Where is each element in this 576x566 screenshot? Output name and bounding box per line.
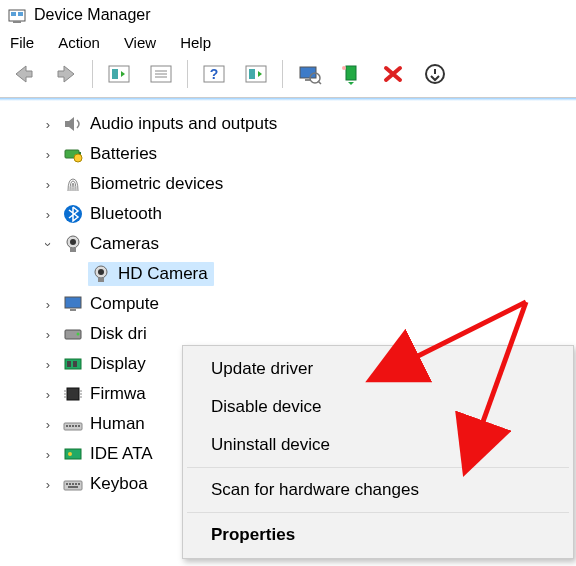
svg-rect-27 [70,248,76,252]
tree-node-biometric[interactable]: › Biometric devices [40,169,576,199]
svg-rect-31 [65,297,81,308]
tree-label: Human [90,414,145,434]
expander-icon[interactable]: › [40,447,56,462]
toolbar-separator [92,60,93,88]
svg-point-19 [342,66,346,70]
tree-node-compute[interactable]: › Compute [40,289,576,319]
svg-rect-48 [72,425,74,427]
expander-icon[interactable]: › [40,297,56,312]
menu-uninstall-device[interactable]: Uninstall device [183,426,573,464]
help-button[interactable]: ? [196,57,232,91]
window-title: Device Manager [34,6,151,24]
update-button[interactable] [333,57,369,91]
expander-icon[interactable]: › [40,357,56,372]
expander-icon[interactable]: › [40,477,56,492]
svg-rect-38 [67,388,79,400]
svg-rect-2 [18,12,23,16]
enable-button[interactable] [417,57,453,91]
svg-rect-53 [64,481,82,490]
expander-icon[interactable]: › [40,327,56,342]
svg-point-23 [74,154,82,162]
svg-rect-49 [75,425,77,427]
ide-icon [62,443,84,465]
expander-icon[interactable]: › [40,117,56,132]
tree-node-audio[interactable]: › Audio inputs and outputs [40,109,576,139]
camera-icon [90,263,112,285]
window-titlebar: Device Manager [0,0,576,30]
bluetooth-icon [62,203,84,225]
tree-label: Biometric devices [90,174,223,194]
tree-node-cameras[interactable]: › Cameras [40,229,576,259]
tree-label: IDE ATA [90,444,153,464]
menu-divider [187,467,569,468]
hid-icon [62,413,84,435]
app-icon [8,6,26,24]
menu-disable-device[interactable]: Disable device [183,388,573,426]
tree-label: Bluetooth [90,204,162,224]
expander-icon[interactable]: › [40,207,56,222]
tree-node-batteries[interactable]: › Batteries [40,139,576,169]
tree-node-hd-camera[interactable]: HD Camera [66,259,576,289]
svg-rect-54 [66,483,68,485]
svg-rect-47 [69,425,71,427]
selected-item[interactable]: HD Camera [88,262,214,286]
svg-rect-3 [13,21,21,23]
menu-view[interactable]: View [124,34,156,51]
tree-node-bluetooth[interactable]: › Bluetooth [40,199,576,229]
svg-line-17 [318,81,321,84]
tree-label: HD Camera [118,264,208,284]
svg-rect-58 [78,483,80,485]
svg-rect-5 [112,69,118,79]
svg-point-29 [98,269,104,275]
expander-icon[interactable]: › [40,147,56,162]
menu-action[interactable]: Action [58,34,100,51]
svg-rect-55 [69,483,71,485]
tree-label: Compute [90,294,159,314]
svg-rect-1 [11,12,16,16]
svg-rect-57 [75,483,77,485]
speaker-icon [62,113,84,135]
toolbar-separator [187,60,188,88]
camera-icon [62,233,84,255]
tree-label: Audio inputs and outputs [90,114,277,134]
fingerprint-icon [62,173,84,195]
disk-icon [62,323,84,345]
back-button[interactable] [6,57,42,91]
toolbar-separator [282,60,283,88]
menu-properties[interactable]: Properties [183,516,573,554]
svg-point-34 [77,333,80,336]
menu-divider [187,512,569,513]
svg-rect-37 [73,361,77,367]
remove-button[interactable] [375,57,411,91]
tree-label: Display [90,354,146,374]
forward-button[interactable] [48,57,84,91]
svg-point-52 [68,452,72,456]
svg-rect-30 [98,278,104,282]
expander-icon[interactable]: › [41,236,56,252]
svg-rect-56 [72,483,74,485]
scan-button[interactable] [238,57,274,91]
tree-label: Cameras [90,234,159,254]
keyboard-icon [62,473,84,495]
menu-file[interactable]: File [10,34,34,51]
svg-rect-46 [66,425,68,427]
expander-icon[interactable]: › [40,177,56,192]
battery-icon [62,143,84,165]
chip-icon [62,383,84,405]
expander-icon[interactable]: › [40,417,56,432]
monitor-button[interactable] [291,57,327,91]
menu-update-driver[interactable]: Update driver [183,350,573,388]
svg-rect-18 [346,66,356,80]
properties-button[interactable] [143,57,179,91]
tree-label: Disk dri [90,324,147,344]
svg-rect-36 [67,361,71,367]
toolbar: ? [0,55,576,98]
svg-rect-13 [249,69,255,79]
show-hidden-button[interactable] [101,57,137,91]
tree-label: Firmwa [90,384,146,404]
menu-scan-hardware[interactable]: Scan for hardware changes [183,471,573,509]
svg-point-26 [70,239,76,245]
expander-icon[interactable]: › [40,387,56,402]
svg-rect-50 [78,425,80,427]
menu-help[interactable]: Help [180,34,211,51]
